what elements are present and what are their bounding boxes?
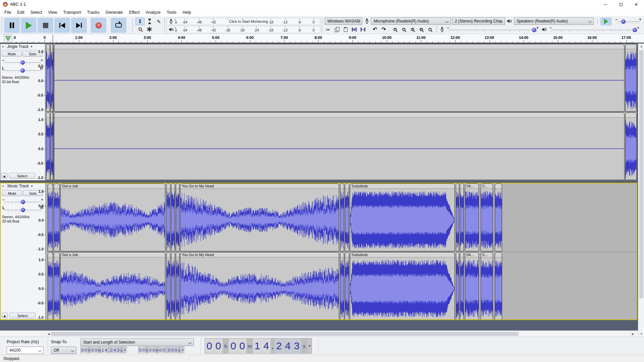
fit-project-button[interactable]: ▭ <box>417 26 425 33</box>
audio-clip[interactable]: You Go to My Head <box>180 183 339 251</box>
clip-title-bar[interactable] <box>54 44 624 49</box>
menu-item-tracks[interactable]: Tracks <box>84 9 102 16</box>
audio-position-display[interactable]: 00h00m14.243s▾ <box>205 338 312 354</box>
clip-title-bar[interactable]: 04... <box>465 184 479 189</box>
zoom-in-button[interactable]: + <box>391 26 399 33</box>
clip-title-bar[interactable]: You Go to My Head <box>180 252 339 257</box>
selection-start-field[interactable]: 00h00m14.243s▾ <box>80 347 127 354</box>
zoom-out-button[interactable]: − <box>400 26 408 33</box>
clip-title-bar[interactable] <box>340 184 344 189</box>
menu-item-analyze[interactable]: Analyze <box>143 9 163 16</box>
audio-host-select[interactable]: Windows WASAPI <box>325 17 362 25</box>
track-close-button[interactable]: × <box>0 45 6 49</box>
audio-clip[interactable]: You Go to My Head <box>180 252 339 319</box>
clip-title-bar[interactable]: Substitute <box>350 184 454 189</box>
track-close-button[interactable]: × <box>1 184 6 188</box>
time-digit[interactable]: 0 <box>214 339 222 353</box>
timeline-pin-button[interactable] <box>4 35 12 42</box>
audio-clip[interactable] <box>171 252 175 319</box>
menu-item-effect[interactable]: Effect <box>126 9 143 16</box>
time-digit[interactable]: 1 <box>253 339 262 353</box>
audio-clip[interactable] <box>54 252 60 319</box>
clip-title-bar[interactable] <box>48 252 53 257</box>
menu-item-help[interactable]: Help <box>179 9 194 16</box>
clip-title-bar[interactable] <box>167 184 170 189</box>
recording-device-select[interactable]: Microphone (Realtek(R) Audio) <box>371 17 451 25</box>
audio-clip[interactable] <box>46 112 50 180</box>
time-digit[interactable]: 0 <box>142 347 145 353</box>
audio-clip[interactable] <box>46 44 50 112</box>
time-digit[interactable]: 3 <box>292 339 301 353</box>
time-digit[interactable]: 2 <box>274 339 283 353</box>
audio-clip[interactable]: Substitute <box>350 183 455 251</box>
menu-item-edit[interactable]: Edit <box>14 9 28 16</box>
close-button[interactable]: ✕ <box>629 0 644 9</box>
playback-device-select[interactable]: Speakers (Realtek(R) Audio) <box>514 17 594 25</box>
play-speed-slider[interactable]: −+ <box>615 18 641 25</box>
clip-title-bar[interactable] <box>456 252 459 257</box>
audio-clip[interactable]: 0... <box>481 183 493 251</box>
audio-clip[interactable] <box>340 252 344 319</box>
field-dropdown-icon[interactable]: ▾ <box>307 339 312 353</box>
silence-selection-button[interactable] <box>359 26 367 33</box>
time-digit[interactable]: 4 <box>283 339 292 353</box>
play-button[interactable] <box>21 18 37 33</box>
audio-clip[interactable] <box>460 252 464 319</box>
clip-title-bar[interactable] <box>456 184 459 189</box>
track-menu-icon[interactable]: ▼ <box>31 185 33 188</box>
clip-title-bar[interactable] <box>48 184 53 189</box>
time-digit[interactable]: 1 <box>101 347 104 353</box>
slider-thumb[interactable] <box>621 19 626 24</box>
toolbar-grip[interactable] <box>132 18 133 33</box>
toolbar-grip[interactable] <box>321 18 323 33</box>
skip-to-end-button[interactable] <box>71 18 87 33</box>
time-digit[interactable]: 0 <box>205 339 214 353</box>
selection-length-field[interactable]: 00h00m00.000s▾ <box>138 347 185 354</box>
audio-clip[interactable]: Get a Job <box>60 183 165 251</box>
time-digit[interactable]: 0 <box>167 347 171 353</box>
multi-tool-tool-button[interactable]: ∗ <box>145 25 154 33</box>
toolbar-grip[interactable] <box>1 18 3 33</box>
audio-clip[interactable]: 0... <box>481 252 493 319</box>
menu-item-select[interactable]: Select <box>28 9 45 16</box>
vertical-scroll-thumb[interactable] <box>639 50 643 298</box>
time-digit[interactable]: 0 <box>159 347 162 353</box>
time-digit[interactable]: 0 <box>229 339 237 353</box>
clip-title-bar[interactable]: 04... <box>465 252 479 257</box>
toolbar-grip[interactable] <box>164 18 166 33</box>
clip-title-bar[interactable] <box>460 184 464 189</box>
time-digit[interactable]: 4 <box>262 339 270 353</box>
track-name[interactable]: Music Track <box>6 184 29 188</box>
clip-title-bar[interactable] <box>345 184 349 189</box>
skip-to-start-button[interactable] <box>54 18 70 33</box>
recording-meter[interactable]: LR-54-48-42-18-12-60Click to Start Monit… <box>167 18 320 25</box>
audio-clip[interactable] <box>54 183 60 251</box>
clip-title-bar[interactable] <box>171 184 175 189</box>
recording-channels-select[interactable]: 2 (Stereo) Recording Char <box>452 17 505 25</box>
menu-item-view[interactable]: View <box>45 9 60 16</box>
mute-button[interactable]: Mute <box>2 51 22 57</box>
undo-button[interactable]: ↶ <box>371 26 379 33</box>
clip-title-bar[interactable]: You Go to My Head <box>180 184 339 189</box>
clip-title-bar[interactable] <box>54 252 59 257</box>
record-button[interactable] <box>91 18 106 33</box>
maximize-button[interactable] <box>613 0 629 9</box>
clip-title-bar[interactable]: Get a Job <box>61 184 165 189</box>
audio-clip[interactable] <box>54 112 625 180</box>
playback-volume-slider[interactable]: −+ <box>549 26 639 33</box>
redo-button[interactable]: ↷ <box>380 26 388 33</box>
fit-selection-button[interactable]: ‖ <box>409 26 417 33</box>
time-digit[interactable]: 3 <box>116 347 120 353</box>
menu-item-file[interactable]: File <box>1 9 14 16</box>
audio-clip[interactable] <box>345 183 349 251</box>
clip-title-bar[interactable] <box>626 113 636 118</box>
clip-title-bar[interactable] <box>495 252 502 257</box>
clip-title-bar[interactable] <box>54 113 624 118</box>
horizontal-scroll-thumb[interactable] <box>51 332 519 336</box>
audio-clip[interactable]: Substitute <box>350 252 455 319</box>
selection-mode-select[interactable]: Start and Length of Selection <box>80 339 194 346</box>
time-digit[interactable]: 4 <box>104 347 108 353</box>
clip-title-bar[interactable] <box>54 184 59 189</box>
clip-title-bar[interactable] <box>167 252 170 257</box>
audio-clip[interactable] <box>456 183 459 251</box>
